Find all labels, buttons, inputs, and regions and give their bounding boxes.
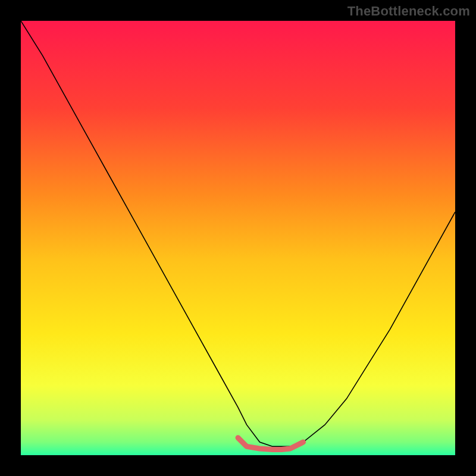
bottleneck-plot <box>0 0 476 476</box>
watermark-text: TheBottleneck.com <box>347 4 470 19</box>
chart-frame: TheBottleneck.com <box>0 0 476 476</box>
gradient-background <box>21 21 455 455</box>
